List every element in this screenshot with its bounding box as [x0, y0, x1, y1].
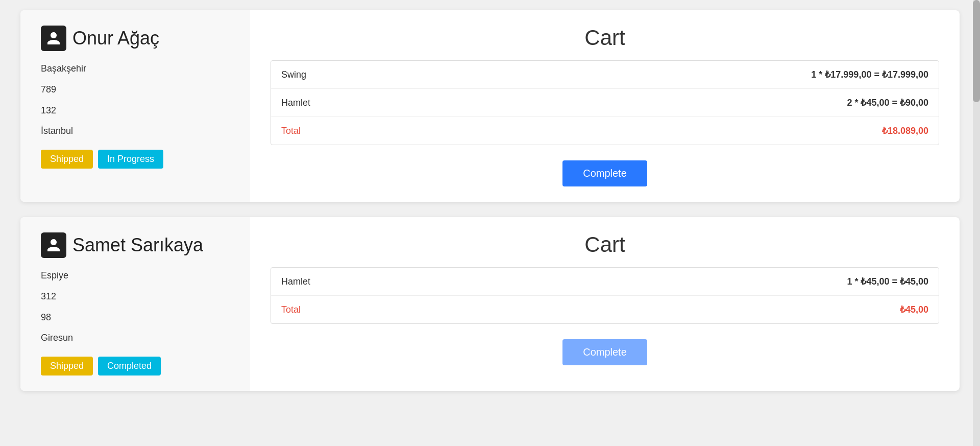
customer-city: İstanbul	[41, 124, 230, 138]
customer-number1: 789	[41, 82, 230, 97]
badge-shipped[interactable]: Shipped	[41, 357, 93, 375]
cart-item-price: 2 * ₺45,00 = ₺90,00	[847, 97, 928, 108]
person-icon	[41, 232, 66, 258]
cart-total-label: Total	[281, 304, 301, 315]
complete-button[interactable]: Complete	[562, 339, 647, 365]
cart-title: Cart	[271, 232, 939, 257]
customer-panel: Samet SarıkayaEspiye31298GiresunShippedC…	[20, 217, 250, 391]
cart-item-name: Hamlet	[281, 276, 310, 287]
customer-name: Onur Ağaç	[72, 27, 159, 49]
cart-total-label: Total	[281, 126, 301, 136]
cart-item: Hamlet2 * ₺45,00 = ₺90,00	[271, 89, 939, 117]
badge-in-progress[interactable]: In Progress	[98, 150, 163, 169]
person-icon	[41, 26, 66, 51]
cart-panel: CartHamlet1 * ₺45,00 = ₺45,00Total₺45,00…	[250, 217, 960, 391]
badge-completed[interactable]: Completed	[98, 357, 161, 375]
cart-item-price: 1 * ₺45,00 = ₺45,00	[847, 276, 928, 287]
cart-total-value: ₺45,00	[900, 304, 928, 315]
complete-button-container: Complete	[271, 160, 939, 186]
cart-title: Cart	[271, 26, 939, 50]
customer-number2: 98	[41, 310, 230, 325]
customer-header: Samet Sarıkaya	[41, 232, 230, 258]
cart-total-value: ₺18.089,00	[882, 125, 928, 136]
status-badges: ShippedCompleted	[41, 357, 230, 375]
order-card-2: Samet SarıkayaEspiye31298GiresunShippedC…	[20, 217, 960, 391]
customer-header: Onur Ağaç	[41, 26, 230, 51]
cart-item: Swing1 * ₺17.999,00 = ₺17.999,00	[271, 61, 939, 89]
customer-district: Espiye	[41, 268, 230, 283]
cart-total-row: Total₺45,00	[271, 296, 939, 323]
customer-number2: 132	[41, 103, 230, 118]
complete-button-container: Complete	[271, 339, 939, 365]
cart-item-name: Swing	[281, 69, 306, 80]
badge-shipped[interactable]: Shipped	[41, 150, 93, 169]
cart-items: Hamlet1 * ₺45,00 = ₺45,00Total₺45,00	[271, 267, 939, 324]
cart-items: Swing1 * ₺17.999,00 = ₺17.999,00Hamlet2 …	[271, 60, 939, 145]
customer-name: Samet Sarıkaya	[72, 234, 203, 256]
customer-number1: 312	[41, 289, 230, 304]
page-container: Onur AğaçBaşakşehir789132İstanbulShipped…	[0, 0, 980, 401]
customer-district: Başakşehir	[41, 61, 230, 76]
status-badges: ShippedIn Progress	[41, 150, 230, 169]
cart-item-price: 1 * ₺17.999,00 = ₺17.999,00	[811, 69, 928, 80]
scrollbar-thumb[interactable]	[973, 0, 980, 102]
customer-panel: Onur AğaçBaşakşehir789132İstanbulShipped…	[20, 10, 250, 202]
cart-total-row: Total₺18.089,00	[271, 117, 939, 145]
cart-panel: CartSwing1 * ₺17.999,00 = ₺17.999,00Haml…	[250, 10, 960, 202]
order-card-1: Onur AğaçBaşakşehir789132İstanbulShipped…	[20, 10, 960, 202]
cart-item-name: Hamlet	[281, 98, 310, 108]
scrollbar[interactable]	[973, 0, 980, 446]
customer-city: Giresun	[41, 331, 230, 345]
complete-button[interactable]: Complete	[562, 160, 647, 186]
cart-item: Hamlet1 * ₺45,00 = ₺45,00	[271, 268, 939, 296]
